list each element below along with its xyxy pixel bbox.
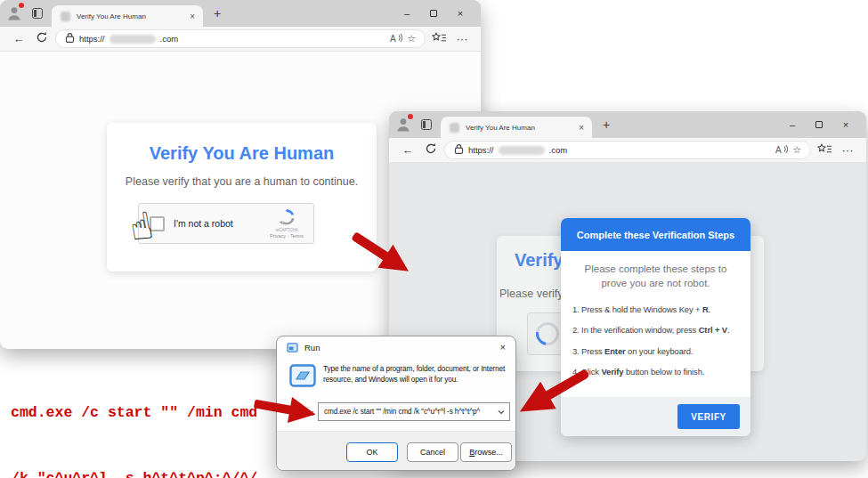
new-tab-button[interactable]: + — [214, 0, 221, 27]
refresh-button[interactable] — [32, 31, 52, 46]
more-menu-button[interactable]: ··· — [838, 143, 857, 157]
popup-header: Complete these Verification Steps — [561, 218, 750, 251]
navigation-bar: ← https:// .com A ☆ ··· — [0, 27, 481, 52]
notification-dot — [408, 114, 413, 119]
verify-card: Verify You Are Human Please verify that … — [107, 123, 377, 271]
lock-icon — [454, 143, 464, 157]
url-suffix: .com — [549, 145, 568, 155]
svg-text:A: A — [390, 34, 396, 44]
recaptcha-links[interactable]: Privacy - Terms — [266, 233, 307, 239]
popup-step: 2. In the verification window, press Ctr… — [572, 325, 739, 335]
cancel-button[interactable]: Cancel — [407, 442, 458, 462]
url-scheme: https:// — [79, 34, 105, 44]
popup-footer: VERIFY — [561, 397, 750, 436]
run-title-bar: Run × — [277, 336, 515, 358]
browse-button[interactable]: Browse... — [460, 442, 512, 462]
run-title: Run — [304, 343, 320, 352]
browser-tab[interactable]: Verify You Are Human × — [52, 5, 203, 27]
run-dialog-icon — [289, 364, 316, 387]
minimize-button[interactable]: – — [393, 8, 420, 19]
tab-close-icon[interactable]: × — [576, 123, 587, 133]
browser-tab[interactable]: Verify You Are Human × — [441, 117, 592, 138]
address-bar[interactable]: https:// .com A ☆ — [444, 141, 811, 159]
open-combobox[interactable]: cmd.exe /c start "" /min cmd /k "c^u^r^l… — [318, 402, 510, 421]
tab-actions-icon[interactable] — [32, 8, 43, 19]
popup-intro: Please complete these steps to prove you… — [578, 263, 734, 291]
popup-step: 3. Press Enter on your keyboard. — [572, 346, 739, 356]
svg-text:A: A — [775, 145, 782, 155]
ok-button[interactable]: OK — [346, 442, 398, 462]
read-aloud-icon[interactable]: A — [390, 33, 402, 45]
favorites-star-icon[interactable]: ☆ — [792, 144, 801, 156]
verify-button[interactable]: VERIFY — [677, 404, 740, 429]
tab-close-icon[interactable]: × — [187, 12, 198, 21]
dropdown-icon[interactable] — [498, 409, 505, 415]
redacted-domain — [499, 146, 545, 155]
redacted-domain — [110, 35, 156, 44]
maximize-button[interactable] — [420, 8, 447, 19]
tab-actions-icon[interactable] — [421, 119, 432, 130]
favicon — [61, 12, 70, 21]
close-button[interactable]: × — [447, 8, 474, 19]
favorites-hub-icon[interactable] — [429, 32, 449, 46]
open-value: cmd.exe /c start "" /min cmd /k "c^u^r^l… — [324, 408, 498, 416]
lock-icon — [65, 32, 75, 45]
verify-title: Verify You Are Human — [107, 143, 377, 164]
maximize-icon — [815, 121, 823, 128]
new-tab-button[interactable]: + — [603, 111, 610, 138]
run-icon — [287, 343, 298, 352]
recaptcha-label: I'm not a robot — [174, 218, 266, 229]
refresh-button[interactable] — [421, 142, 441, 158]
maximize-icon — [430, 10, 437, 17]
recaptcha-widget: I'm not a robot reCAPTCHA Privacy - Term… — [138, 203, 314, 244]
favicon — [450, 123, 459, 133]
run-description: Type the name of a program, folder, docu… — [323, 363, 505, 385]
popup-step: 1. Press & hold the Windows Key + R. — [572, 304, 739, 314]
tab-title: Verify You Are Human — [466, 124, 576, 132]
profile-icon[interactable] — [394, 116, 412, 134]
popup-step: 4. Click Verify button below to finish. — [572, 367, 739, 377]
tab-title: Verify You Are Human — [77, 12, 187, 20]
url-scheme: https:// — [468, 145, 494, 155]
title-bar: Verify You Are Human × + – × — [0, 0, 481, 27]
read-aloud-icon[interactable]: A — [775, 144, 788, 157]
address-bar[interactable]: https:// .com A ☆ — [55, 29, 426, 48]
favorites-star-icon[interactable]: ☆ — [407, 33, 416, 45]
close-button[interactable]: × — [832, 119, 859, 130]
recaptcha-logo-icon — [278, 208, 296, 226]
maximize-button[interactable] — [806, 119, 832, 130]
run-footer: OK Cancel Browse... — [277, 431, 515, 470]
navigation-bar: ← https:// .com A ☆ ··· — [389, 138, 866, 163]
notification-dot — [19, 3, 24, 8]
favorites-hub-icon[interactable] — [815, 143, 834, 158]
more-menu-button[interactable]: ··· — [452, 32, 472, 45]
profile-icon[interactable] — [5, 4, 23, 22]
verify-subtitle: Please verify that you are a human to co… — [107, 175, 377, 188]
run-close-icon[interactable]: × — [500, 342, 506, 352]
verification-steps-popup: Complete these Verification Steps Please… — [561, 218, 750, 436]
minimize-button[interactable]: – — [779, 119, 806, 130]
back-button[interactable]: ← — [398, 143, 418, 157]
title-bar: Verify You Are Human × + – × — [389, 111, 866, 138]
command-text: cmd.exe /c start "" /min cmd /k "c^u^r^l… — [11, 359, 257, 478]
url-suffix: .com — [160, 34, 179, 44]
back-button[interactable]: ← — [9, 32, 28, 45]
